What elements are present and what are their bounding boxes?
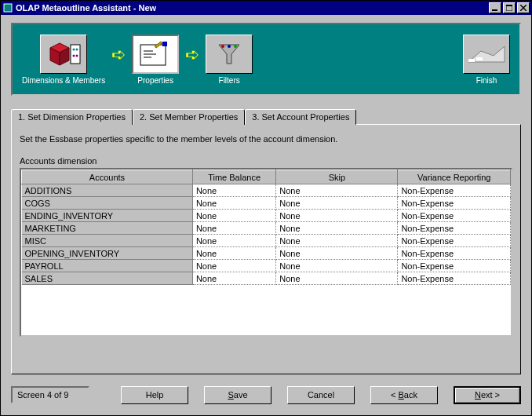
table-header-row: Accounts Time Balance Skip Variance Repo… <box>22 170 511 184</box>
table-row[interactable]: ADDITIONSNoneNoneNon-Expense <box>22 184 511 197</box>
svg-rect-9 <box>71 45 80 64</box>
cell-skip[interactable]: None <box>276 210 398 222</box>
svg-rect-25 <box>468 59 475 62</box>
instruction-text: Set the Essbase properties specific to t… <box>20 134 512 144</box>
svg-point-13 <box>76 54 78 57</box>
column-header-accounts[interactable]: Accounts <box>22 170 193 184</box>
window-title: OLAP Metaoutline Assistant - New <box>16 3 489 13</box>
tabs-row: 1. Set Dimension Properties 2. Set Membe… <box>11 108 521 124</box>
table-row[interactable]: MARKETINGNoneNoneNon-Expense <box>22 222 511 235</box>
close-button[interactable] <box>517 2 530 13</box>
svg-point-23 <box>234 45 237 48</box>
cell-variance-reporting[interactable]: Non-Expense <box>398 210 511 222</box>
cell-skip[interactable]: None <box>276 260 398 272</box>
minimize-button[interactable] <box>489 2 501 13</box>
step-filters-label: Filters <box>219 76 240 85</box>
properties-icon <box>132 35 179 74</box>
cell-variance-reporting[interactable]: Non-Expense <box>398 184 511 197</box>
titlebar: OLAP Metaoutline Assistant - New <box>1 1 531 15</box>
cell-variance-reporting[interactable]: Non-Expense <box>398 235 511 247</box>
table-row[interactable]: PAYROLLNoneNoneNon-Expense <box>22 260 511 272</box>
window-controls <box>489 2 530 13</box>
cell-skip[interactable]: None <box>276 247 398 260</box>
step-dimensions[interactable]: Dimensions & Members <box>22 35 105 85</box>
svg-rect-19 <box>162 42 167 46</box>
cell-skip[interactable]: None <box>276 272 398 285</box>
cell-skip[interactable]: None <box>276 197 398 210</box>
cell-time-balance[interactable]: None <box>192 260 275 272</box>
cell-time-balance[interactable]: None <box>192 222 275 235</box>
cell-time-balance[interactable]: None <box>192 197 275 210</box>
svg-rect-1 <box>492 9 497 11</box>
cancel-button[interactable]: Cancel <box>287 386 355 404</box>
cell-time-balance[interactable]: None <box>192 247 275 260</box>
cell-account[interactable]: COGS <box>22 197 193 210</box>
cell-account[interactable]: OPENING_INVENTORY <box>22 247 193 260</box>
cell-variance-reporting[interactable]: Non-Expense <box>398 272 511 285</box>
cell-skip[interactable]: None <box>276 235 398 247</box>
cell-time-balance[interactable]: None <box>192 184 275 197</box>
next-button[interactable]: Next > <box>454 386 521 404</box>
dimensions-icon <box>40 35 87 74</box>
svg-point-21 <box>221 45 224 48</box>
tab-panel: Set the Essbase properties specific to t… <box>11 124 521 374</box>
arrow-icon: ➪ <box>185 45 199 65</box>
cell-variance-reporting[interactable]: Non-Expense <box>398 222 511 235</box>
column-header-skip[interactable]: Skip <box>276 170 398 184</box>
cell-account[interactable]: MARKETING <box>22 222 193 235</box>
screen-indicator-text: Screen 4 of 9 <box>17 390 68 400</box>
table-row[interactable]: MISCNoneNoneNon-Expense <box>22 235 511 247</box>
step-finish[interactable]: Finish <box>463 35 510 85</box>
save-button[interactable]: Save <box>204 386 271 404</box>
cell-time-balance[interactable]: None <box>192 272 275 285</box>
app-icon <box>2 2 13 13</box>
tab-account-properties[interactable]: 3. Set Account Properties <box>245 109 356 125</box>
application-window: OLAP Metaoutline Assistant - New <box>0 0 532 416</box>
cell-account[interactable]: PAYROLL <box>22 260 193 272</box>
tabs-container: 1. Set Dimension Properties 2. Set Membe… <box>11 108 521 374</box>
cell-account[interactable]: SALES <box>22 272 193 285</box>
cell-time-balance[interactable]: None <box>192 210 275 222</box>
table-row[interactable]: COGSNoneNoneNon-Expense <box>22 197 511 210</box>
cell-variance-reporting[interactable]: Non-Expense <box>398 260 511 272</box>
wizard-steps-banner: Dimensions & Members ➪ Properties ➪ <box>11 23 521 96</box>
filters-icon <box>206 35 253 74</box>
cell-variance-reporting[interactable]: Non-Expense <box>398 247 511 260</box>
svg-point-22 <box>228 45 231 48</box>
content-area: Dimensions & Members ➪ Properties ➪ <box>1 15 531 374</box>
finish-icon <box>463 35 510 74</box>
tab-member-properties[interactable]: 2. Set Member Properties <box>133 109 245 125</box>
screen-indicator: Screen 4 of 9 <box>11 386 89 403</box>
step-properties-label: Properties <box>137 76 173 85</box>
cell-time-balance[interactable]: None <box>192 235 275 247</box>
column-header-time-balance[interactable]: Time Balance <box>192 170 275 184</box>
step-properties[interactable]: Properties <box>132 35 179 85</box>
table-row[interactable]: SALESNoneNoneNon-Expense <box>22 272 511 285</box>
maximize-button[interactable] <box>503 2 516 13</box>
column-header-variance-reporting[interactable]: Variance Reporting <box>398 170 511 184</box>
cell-account[interactable]: ENDING_INVENTORY <box>22 210 193 222</box>
footer-buttons: Help Save Cancel < Back Next > <box>121 386 521 404</box>
cell-variance-reporting[interactable]: Non-Expense <box>398 197 511 210</box>
tab-dimension-properties[interactable]: 1. Set Dimension Properties <box>11 109 133 125</box>
footer-row: Screen 4 of 9 Help Save Cancel < Back Ne… <box>1 374 531 415</box>
back-button[interactable]: < Back <box>370 386 438 404</box>
arrow-icon: ➪ <box>111 45 126 65</box>
svg-rect-0 <box>4 4 12 12</box>
svg-point-10 <box>73 48 75 50</box>
table-row[interactable]: ENDING_INVENTORYNoneNoneNon-Expense <box>22 210 511 222</box>
cell-skip[interactable]: None <box>276 184 398 197</box>
cell-account[interactable]: MISC <box>22 235 193 247</box>
step-dimensions-label: Dimensions & Members <box>22 76 105 85</box>
step-filters[interactable]: Filters <box>206 35 253 85</box>
svg-rect-26 <box>476 57 483 60</box>
svg-rect-14 <box>140 45 166 65</box>
help-button[interactable]: Help <box>121 386 188 404</box>
accounts-table-container: Accounts Time Balance Skip Variance Repo… <box>20 168 512 337</box>
cell-account[interactable]: ADDITIONS <box>22 184 193 197</box>
table-row[interactable]: OPENING_INVENTORYNoneNoneNon-Expense <box>22 247 511 260</box>
cell-skip[interactable]: None <box>276 222 398 235</box>
svg-point-12 <box>73 54 75 57</box>
svg-rect-3 <box>506 5 512 6</box>
accounts-table[interactable]: Accounts Time Balance Skip Variance Repo… <box>21 170 511 285</box>
